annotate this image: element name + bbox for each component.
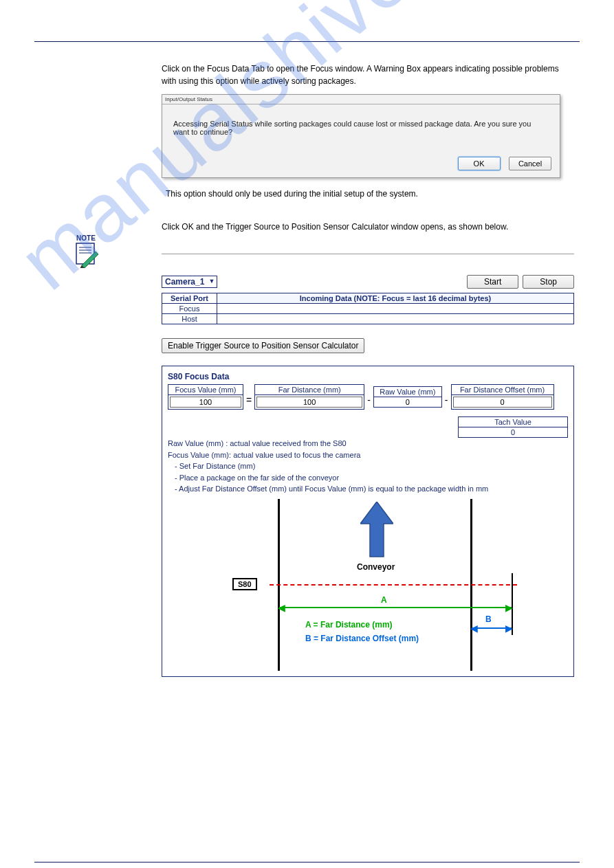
a-dimension-line: ◀▶	[279, 603, 512, 612]
row-focus-label: Focus	[162, 304, 217, 314]
raw-value: 0	[374, 397, 441, 407]
sensor-line	[270, 584, 517, 586]
tach-value: 0	[459, 427, 567, 437]
focus-value: 100	[170, 397, 241, 408]
legend-a: A = Far Distance (mm)	[305, 620, 393, 630]
s80-panel: S80 Focus Data Focus Value (mm) 100 = Fa…	[162, 366, 574, 677]
svg-marker-5	[360, 502, 393, 557]
serial-port-header: Serial Port	[162, 293, 217, 304]
row-host-value	[217, 314, 574, 324]
s80-box: S80	[232, 578, 257, 590]
conveyor-diagram: Conveyor S80 ◀▶ A ◀▶ B A = Far Distance …	[168, 499, 568, 671]
start-button[interactable]: Start	[467, 275, 518, 289]
equals-op: =	[245, 394, 253, 405]
b-label: B	[485, 614, 492, 624]
focus-value-label: Focus Value (mm)	[168, 385, 243, 395]
dialog-body-text: Accessing Serial Status while sorting pa…	[162, 104, 560, 151]
page-footer: DATALOGIC 229	[34, 862, 580, 868]
svg-text:NOTE: NOTE	[76, 234, 96, 242]
note-text: This option should only be used during t…	[162, 188, 574, 200]
note-icon: NOTE	[71, 234, 101, 271]
intro-paragraph: Click on the Focus Data Tab to open the …	[162, 63, 574, 87]
incoming-data-header: Incoming Data (NOTE: Focus = last 16 dec…	[217, 293, 574, 304]
after-note-paragraph: Click OK and the Trigger Source to Posit…	[162, 221, 574, 233]
dialog-title-strip: Input/Output Status	[162, 95, 560, 104]
s80-title: S80 Focus Data	[168, 372, 568, 381]
instr-line1: Raw Value (mm) : actual value received f…	[168, 438, 568, 449]
camera-select[interactable]: Camera_1	[162, 276, 217, 288]
incoming-data-table: Serial Port Incoming Data (NOTE: Focus =…	[162, 293, 574, 324]
legend-b: B = Far Distance Offset (mm)	[305, 634, 419, 643]
far-distance-input[interactable]: 100	[256, 397, 362, 408]
minus-op-2: -	[443, 394, 450, 405]
instr-sub1: - Set Far Distance (mm)	[175, 460, 568, 472]
minus-op-1: -	[366, 394, 372, 405]
far-distance-label: Far Distance (mm)	[255, 385, 364, 395]
conveyor-label: Conveyor	[357, 562, 395, 572]
warning-dialog: Input/Output Status Accessing Serial Sta…	[162, 94, 560, 178]
instr-sub3: - Adjust Far Distance Offset (mm) until …	[175, 483, 568, 495]
note-block: NOTE	[41, 234, 131, 271]
ok-button[interactable]: OK	[458, 157, 501, 170]
tach-box: Tach Value 0	[458, 416, 568, 438]
instr-line2: Focus Value (mm): actual value used to f…	[168, 449, 568, 461]
far-offset-label: Far Distance Offset (mm)	[452, 385, 553, 395]
row-host-label: Host	[162, 314, 217, 324]
arrow-up-icon	[360, 502, 393, 564]
enable-trigger-button[interactable]: Enable Trigger Source to Position Sensor…	[162, 338, 364, 353]
b-dimension-line: ◀▶	[472, 624, 512, 632]
a-label: A	[381, 595, 387, 605]
stop-button[interactable]: Stop	[523, 275, 574, 289]
instr-sub2: - Place a package on the far side of the…	[175, 472, 568, 484]
tach-label: Tach Value	[459, 417, 567, 427]
separator	[162, 254, 574, 254]
row-focus-value	[217, 304, 574, 314]
cancel-button[interactable]: Cancel	[509, 157, 551, 170]
far-offset-input[interactable]: 0	[453, 397, 552, 408]
raw-value-label: Raw Value (mm)	[374, 387, 441, 397]
